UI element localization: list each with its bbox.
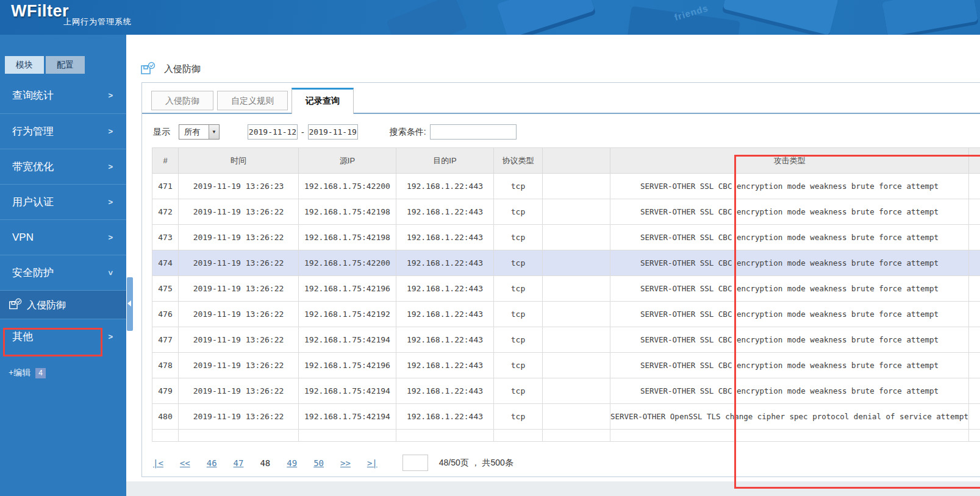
table-row[interactable]: 4782019-11-19 13:26:22192.168.1.75:42196… [152, 353, 980, 378]
table-cell: SERVER-OTHER SSL CBC encryption mode wea… [610, 199, 969, 225]
sidebar-item-vpn[interactable]: VPN> [0, 219, 126, 255]
table-cell: SERVER-OTHER SSL CBC encryption mode wea… [610, 276, 969, 302]
table-cell: 2019-11-19 13:26:22 [179, 225, 299, 250]
table-cell [543, 199, 610, 225]
sidebar-item-label: 其他 [12, 331, 33, 342]
display-select[interactable]: 所有 ▼ [179, 124, 220, 140]
table-row[interactable]: 4732019-11-19 13:26:22192.168.1.75:42198… [152, 225, 980, 250]
keyboard-key-decoration [386, 0, 468, 35]
table-row[interactable]: 4792019-11-19 13:26:22192.168.1.75:42194… [152, 378, 980, 404]
edit-label: +编辑 [9, 367, 30, 378]
date-to-input[interactable] [308, 124, 358, 140]
wfilter-logo: WFilter 上网行为管理系统 [11, 2, 132, 27]
table-cell [543, 327, 610, 353]
column-header: 攻击类型 [610, 148, 969, 174]
tab-intrusion-prevention[interactable]: 入侵防御 [151, 91, 213, 110]
table-cell: 192.168.1.22:443 [396, 378, 494, 404]
table-cell: 475 [152, 276, 179, 302]
table-cell: SERVER-OTHER SSL CBC encryption mode wea… [610, 302, 969, 327]
sidebar-item-label: 入侵防御 [27, 291, 66, 319]
table-row[interactable]: 4762019-11-19 13:26:22192.168.1.75:42192… [152, 302, 980, 327]
keyboard-key-decoration [882, 0, 978, 35]
table-cell [543, 430, 610, 442]
tab-record-query[interactable]: 记录查询 [291, 88, 354, 114]
filter-row: 显示 所有 ▼ - 搜索条件: [153, 124, 980, 140]
edit-row[interactable]: +编辑 4 [9, 367, 126, 378]
pagination-last[interactable]: >| [367, 458, 377, 468]
search-input[interactable] [430, 124, 517, 140]
pagination: |<<<4647484950>>>| 48/50页 ， 共500条 [153, 455, 980, 471]
page-footer-strip [126, 481, 980, 496]
table-cell: tcp [494, 199, 543, 225]
table-cell: tcp [494, 327, 543, 353]
tab-custom-rules[interactable]: 自定义规则 [217, 91, 288, 110]
sidebar-item-bandwidth-opt[interactable]: 带宽优化> [0, 149, 126, 184]
pagination-page-46[interactable]: 46 [207, 458, 217, 468]
pagination-info: 48/50页 ， 共500条 [439, 458, 513, 469]
table-cell: 192.168.1.75:42200 [299, 250, 396, 276]
main-content: 入侵防御 入侵防御自定义规则记录查询 显示 所有 ▼ - 搜索条件: #时间源I… [126, 35, 980, 496]
pagination-prev[interactable]: << [180, 458, 190, 468]
sidebar-item-security-protect[interactable]: 安全防护> [0, 255, 126, 290]
sidebar-item-others[interactable]: 其他> [0, 319, 126, 354]
table-row[interactable]: 4752019-11-19 13:26:22192.168.1.75:42196… [152, 276, 980, 302]
table-cell [969, 250, 980, 276]
table-cell: 192.168.1.22:443 [396, 353, 494, 378]
table-cell: 192.168.1.75:42194 [299, 327, 396, 353]
package-check-icon [9, 298, 22, 311]
table-cell: tcp [494, 302, 543, 327]
pagination-first[interactable]: |< [153, 458, 163, 468]
sidebar-item-intrusion-prevention[interactable]: 入侵防御 [0, 290, 126, 319]
table-row[interactable]: 4742019-11-19 13:26:22192.168.1.75:42200… [152, 250, 980, 276]
table-cell: tcp [494, 404, 543, 430]
sidebar-item-user-auth[interactable]: 用户认证> [0, 184, 126, 219]
table-cell: 2019-11-19 13:26:22 [179, 250, 299, 276]
table-cell [396, 430, 494, 442]
table-cell: SERVER-OTHER SSL CBC encryption mode wea… [610, 353, 969, 378]
sidebar-tabs: 模块配置 [0, 35, 126, 74]
sidebar-collapse-handle[interactable] [127, 277, 133, 331]
package-check-icon [140, 62, 156, 77]
table-cell [543, 276, 610, 302]
sidebar-tab-modules[interactable]: 模块 [5, 56, 44, 74]
display-label: 显示 [153, 127, 170, 138]
table-cell: 192.168.1.75:42194 [299, 404, 396, 430]
table-header-row: #时间源IP目的IP协议类型攻击类型 [152, 148, 980, 174]
table-row[interactable]: 4772019-11-19 13:26:22192.168.1.75:42194… [152, 327, 980, 353]
table-cell: 479 [152, 378, 179, 404]
intrusion-log-table: #时间源IP目的IP协议类型攻击类型 4712019-11-19 13:26:2… [152, 147, 980, 442]
pagination-page-49[interactable]: 49 [287, 458, 297, 468]
table-row[interactable]: 4712019-11-19 13:26:23192.168.1.75:42200… [152, 174, 980, 199]
chevron-right-icon: > [108, 220, 113, 255]
table-cell: tcp [494, 174, 543, 199]
table-cell: 192.168.1.22:443 [396, 225, 494, 250]
content-panel: 入侵防御自定义规则记录查询 显示 所有 ▼ - 搜索条件: #时间源IP目的IP… [141, 82, 980, 477]
log-table-body: 4712019-11-19 13:26:23192.168.1.75:42200… [152, 174, 980, 442]
table-cell [543, 225, 610, 250]
table-cell: 2019-11-19 13:26:22 [179, 199, 299, 225]
sidebar-item-query-stats[interactable]: 查询统计> [0, 78, 126, 113]
table-cell: 480 [152, 404, 179, 430]
sidebar-item-label: 行为管理 [12, 126, 54, 137]
table-cell: 473 [152, 225, 179, 250]
pagination-next[interactable]: >> [340, 458, 351, 468]
goto-page-input[interactable] [402, 455, 428, 471]
edit-count-badge: 4 [35, 368, 46, 378]
table-row-empty [152, 430, 980, 442]
pagination-page-47[interactable]: 47 [234, 458, 244, 468]
table-cell [543, 353, 610, 378]
sidebar-tab-config[interactable]: 配置 [46, 56, 85, 74]
pagination-page-50[interactable]: 50 [313, 458, 324, 468]
table-cell: tcp [494, 378, 543, 404]
table-row[interactable]: 4802019-11-19 13:26:22192.168.1.75:42194… [152, 404, 980, 430]
breadcrumb: 入侵防御 [140, 62, 201, 77]
sidebar-item-behavior-mgmt[interactable]: 行为管理> [0, 113, 126, 149]
date-from-input[interactable] [248, 124, 298, 140]
chevron-right-icon: > [108, 78, 113, 113]
page-title: 入侵防御 [164, 63, 201, 75]
sidebar-item-label: VPN [12, 232, 34, 243]
dropdown-arrow-icon[interactable]: ▼ [209, 125, 219, 139]
table-cell: tcp [494, 225, 543, 250]
table-row[interactable]: 4722019-11-19 13:26:22192.168.1.75:42198… [152, 199, 980, 225]
pagination-page-48: 48 [260, 458, 270, 468]
